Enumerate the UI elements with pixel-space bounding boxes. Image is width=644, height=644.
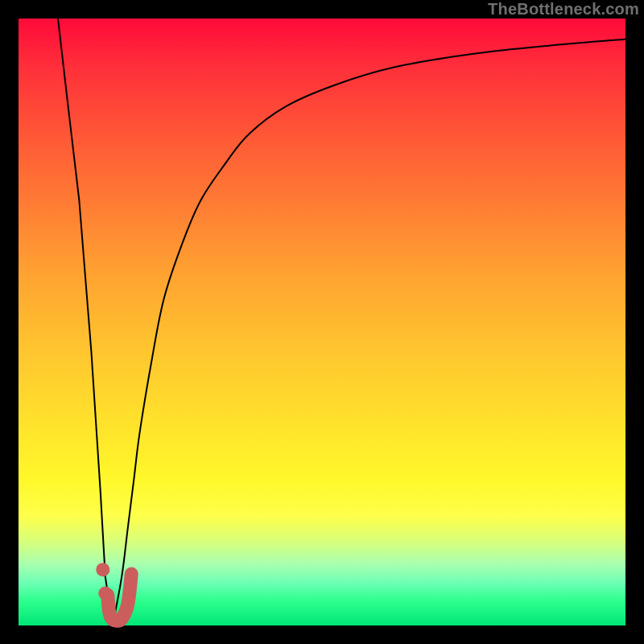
- curve-left-descent: [58, 19, 113, 625]
- attribution-text: TheBottleneck.com: [488, 0, 639, 19]
- marker-dot: [98, 587, 112, 601]
- curve-right-ascent: [113, 39, 625, 625]
- chart-svg: [19, 19, 625, 625]
- marker-j-curve: [108, 574, 131, 621]
- marker-dots: [96, 563, 112, 600]
- plot-area: [19, 19, 625, 625]
- marker-dot: [96, 563, 109, 576]
